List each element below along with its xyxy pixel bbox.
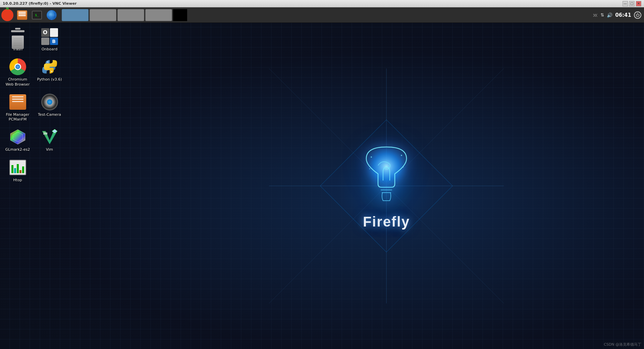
- htop-bar-4: [19, 170, 21, 173]
- filemanager-drawer: [9, 94, 26, 110]
- svg-point-14: [369, 168, 370, 169]
- trash-icon[interactable]: Trash: [3, 26, 32, 53]
- filemanager-taskbar-icon: [17, 10, 27, 20]
- htop-bars: [11, 163, 24, 173]
- svg-point-12: [371, 156, 372, 158]
- onboard-icon-image: O B: [41, 28, 59, 46]
- htop-icon-image: [9, 158, 27, 177]
- terminal-icon: $_: [32, 11, 42, 19]
- glmark2-icon[interactable]: GLmark2-es2: [3, 127, 32, 153]
- python-label: Python (v3.6): [37, 77, 62, 82]
- ob-cell-white: [50, 28, 58, 37]
- taskbar: $_ ⯵ ⇅ 🔊 06:41 ⏻: [0, 7, 644, 23]
- htop-bar-3: [17, 164, 19, 173]
- filemanager-launcher[interactable]: [15, 8, 30, 22]
- taskbar-window-button-1[interactable]: [62, 9, 89, 21]
- svg-point-13: [401, 155, 402, 156]
- onboard-icon[interactable]: O B Onboard: [35, 26, 64, 53]
- python-svg: [41, 58, 58, 75]
- titlebar-controls: — □ ✕: [623, 1, 641, 6]
- tomato-launcher[interactable]: [0, 8, 15, 22]
- chromium-label: ChromiumWeb Browser: [5, 77, 30, 87]
- bluetooth-icon[interactable]: ⯵: [593, 12, 598, 18]
- systray: ⯵ ⇅ 🔊 06:41 ⏻: [593, 11, 641, 19]
- network-arrows-icon[interactable]: ⇅: [600, 12, 604, 17]
- chromium-icon[interactable]: ChromiumWeb Browser: [3, 56, 32, 88]
- glmark2-label: GLmark2-es2: [5, 147, 30, 152]
- svg-text:im: im: [43, 131, 48, 136]
- ob-cell-o: O: [41, 28, 49, 37]
- ob-cell-gray: [41, 38, 49, 45]
- minimize-button[interactable]: —: [623, 1, 628, 6]
- htop-bar-1: [11, 165, 13, 173]
- maximize-button[interactable]: □: [629, 1, 635, 6]
- chromium-icon-image: [9, 58, 27, 76]
- trash-handle: [15, 28, 20, 30]
- taskbar-window-button-4[interactable]: [145, 9, 172, 21]
- black-square: [173, 9, 187, 21]
- htop-icon[interactable]: Htop: [3, 157, 32, 184]
- chromium-circle: [9, 58, 26, 75]
- testcamera-icon-image: [41, 93, 59, 111]
- htop-label: Htop: [13, 178, 22, 183]
- svg-point-17: [51, 71, 52, 72]
- testcamera-icon[interactable]: Test-Camera: [35, 92, 64, 123]
- taskbar-window-button-2[interactable]: [90, 9, 116, 21]
- titlebar: 10.0.20.227 (firefly:0) - VNC Viewer — □…: [0, 0, 644, 7]
- camera-lens: [41, 94, 58, 110]
- tomato-icon: [1, 9, 13, 21]
- trash-body: [12, 36, 24, 49]
- onboard-label: Onboard: [42, 47, 57, 52]
- svg-point-8: [365, 147, 408, 191]
- htop-bar-2: [14, 168, 16, 173]
- close-button[interactable]: ✕: [636, 1, 641, 6]
- python-icon-image: [41, 58, 59, 76]
- glmark2-svg: [9, 129, 26, 145]
- filemanager-icon[interactable]: File ManagerPCManFM: [3, 92, 32, 123]
- taskbar-windows: [62, 9, 593, 21]
- titlebar-title: 10.0.20.227 (firefly:0) - VNC Viewer: [3, 1, 77, 6]
- trash-icon-image: [9, 28, 27, 46]
- filemanager-label: File ManagerPCManFM: [6, 112, 29, 122]
- glmark2-icon-image: [9, 128, 27, 146]
- vim-icon-image: im: [41, 128, 59, 146]
- chromium-inner-circle: [14, 63, 21, 70]
- desktop-icons-grid: Trash O B Onboard ChromiumWeb Browser: [3, 26, 65, 184]
- testcamera-label: Test-Camera: [38, 112, 61, 117]
- vim-svg: im: [41, 128, 59, 146]
- onboard-grid: O B: [41, 28, 59, 46]
- firefly-logo: Firefly: [360, 142, 413, 230]
- taskbar-window-button-3[interactable]: [117, 9, 144, 21]
- desktop: Firefly Trash O B: [0, 23, 644, 349]
- ob-cell-b: B: [50, 38, 58, 45]
- volume-icon[interactable]: 🔊: [607, 12, 612, 18]
- svg-marker-22: [52, 129, 57, 133]
- power-button[interactable]: ⏻: [634, 11, 641, 19]
- vim-icon[interactable]: im Vim: [35, 127, 64, 153]
- vim-label: Vim: [46, 147, 53, 152]
- browser-launcher[interactable]: [44, 8, 59, 22]
- watermark: CSDN @洛克希德马丁: [604, 342, 641, 347]
- htop-monitor: [9, 160, 26, 175]
- filemanager-icon-image: [9, 93, 27, 111]
- trash-lid: [11, 30, 24, 32]
- svg-point-16: [47, 61, 48, 63]
- terminal-launcher[interactable]: $_: [30, 8, 44, 22]
- clock: 06:41: [615, 12, 631, 18]
- htop-bar-5: [22, 166, 24, 173]
- svg-point-15: [403, 167, 404, 168]
- python-icon[interactable]: Python (v3.6): [35, 56, 64, 88]
- browser-globe-icon: [47, 10, 57, 20]
